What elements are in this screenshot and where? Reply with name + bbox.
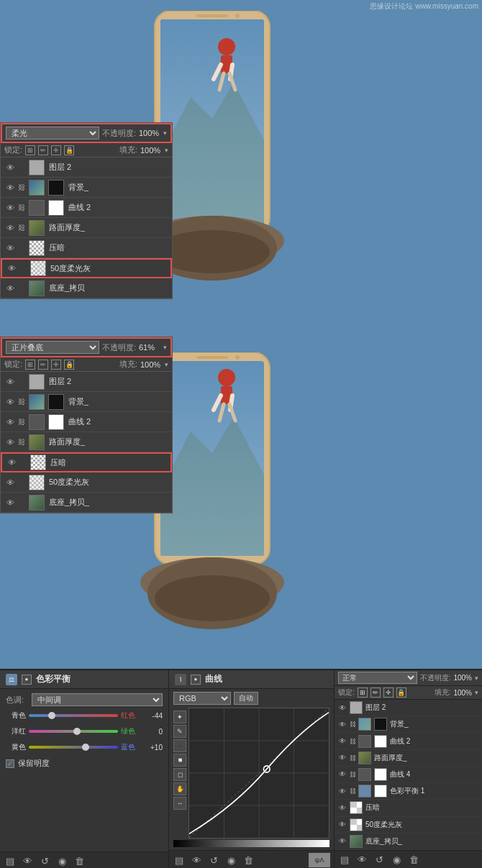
eye-icon[interactable]: 👁: [4, 416, 16, 428]
curves-pencil-tool[interactable]: ✎: [173, 725, 186, 738]
eye-icon[interactable]: 👁: [4, 376, 16, 388]
eye2-icon[interactable]: ◉: [55, 854, 68, 867]
layer-row-curves2-2[interactable]: 👁 ⛓ 曲线 2: [1, 412, 172, 432]
curves-hand-tool[interactable]: ✋: [173, 782, 186, 795]
layer-row-base-copy-1[interactable]: 👁 底座_拷贝: [1, 278, 172, 298]
eye-icon[interactable]: 👁: [4, 477, 16, 488]
layer-row-road-1[interactable]: 👁 ⛓ 路面厚度_: [1, 218, 172, 238]
right-eye-icon[interactable]: 👁: [337, 752, 348, 764]
right-eye-icon[interactable]: ◉: [390, 853, 403, 866]
layer-row-bg-2[interactable]: 👁 ⛓ 背景_: [1, 392, 172, 412]
blend-mode-row-1[interactable]: 柔光 不透明度: 100% ▾: [1, 123, 172, 143]
curves-visibility-icon[interactable]: ●: [191, 675, 201, 685]
curves-channel-select[interactable]: RGB: [173, 692, 231, 705]
eye-icon[interactable]: 👁: [4, 202, 16, 214]
right-lock-icon-brush[interactable]: ✏: [370, 687, 381, 698]
right-lock-label: 锁定:: [338, 687, 355, 698]
eye-icon[interactable]: 👁: [6, 457, 17, 468]
eye-icon[interactable]: 👁: [4, 222, 16, 234]
layer-row-bg-1[interactable]: 👁 ⛓ 背景_: [1, 178, 172, 198]
delete-cb-icon[interactable]: 🗑: [73, 854, 86, 867]
right-lock-icon-move[interactable]: ✛: [383, 687, 394, 698]
visibility-icon[interactable]: 👁: [21, 854, 34, 867]
right-layer-row-5[interactable]: 👁 ⛓ 曲线 4: [335, 767, 482, 783]
layer-row-curves2-1[interactable]: 👁 ⛓ 曲线 2: [1, 198, 172, 218]
right-layer-row-1[interactable]: 👁 图层 2: [335, 700, 482, 716]
curves-tb-delete[interactable]: 🗑: [242, 854, 255, 867]
right-layer-row-2[interactable]: 👁 ⛓ 背景_: [335, 716, 482, 733]
curves-tb-icon3[interactable]: ↺: [207, 854, 220, 867]
right-layer-row-8[interactable]: 👁 50度柔光灰: [335, 817, 482, 833]
lock-icon-lock-2[interactable]: 🔒: [64, 360, 74, 370]
magenta-green-thumb[interactable]: [73, 728, 81, 735]
eye-icon[interactable]: 👁: [4, 162, 16, 173]
cyan-red-slider[interactable]: [29, 711, 118, 721]
lock-icon-grid-2[interactable]: ⊞: [25, 360, 35, 370]
right-eye-icon[interactable]: 👁: [337, 819, 348, 831]
right-layer-row-3[interactable]: 👁 ⛓ 曲线 2: [335, 733, 482, 749]
eye-icon[interactable]: 👁: [4, 182, 16, 193]
layer-row-50gray-2[interactable]: 👁 50度柔光灰: [1, 472, 172, 493]
right-undo-icon[interactable]: ↺: [373, 853, 386, 866]
layer-row-layer2-2[interactable]: 👁 图层 2: [1, 372, 172, 392]
right-eye-icon[interactable]: 👁: [337, 702, 348, 713]
right-lock-icon-lock[interactable]: 🔒: [396, 687, 406, 698]
lock-icon-move[interactable]: ✛: [51, 145, 61, 155]
blend-mode-row-2[interactable]: 正片叠底 不透明度: 61% ▾: [1, 337, 172, 357]
right-lock-icon-grid[interactable]: ⊞: [358, 687, 368, 698]
eye-icon[interactable]: 👁: [4, 283, 16, 294]
yellow-blue-thumb[interactable]: [82, 744, 89, 751]
layer-row-50gray-1[interactable]: 👁 50度柔光灰: [1, 258, 172, 278]
lock-icon-brush-2[interactable]: ✏: [38, 360, 48, 370]
right-eye-icon[interactable]: 👁: [337, 769, 348, 780]
lock-icon-move-2[interactable]: ✛: [51, 360, 61, 370]
lock-icon-lock[interactable]: 🔒: [64, 145, 74, 155]
eye-icon[interactable]: 👁: [4, 396, 16, 408]
eye-icon[interactable]: 👁: [4, 437, 16, 448]
eye-icon[interactable]: 👁: [4, 242, 16, 254]
curves-graph[interactable]: [188, 708, 329, 839]
curves-tb-icon4[interactable]: ◉: [224, 854, 237, 867]
cb-visibility-icon[interactable]: ●: [22, 675, 32, 685]
layer-row-darken-2[interactable]: 👁 压暗: [1, 452, 172, 472]
eye-icon[interactable]: 👁: [6, 262, 17, 274]
right-layer-row-6[interactable]: 👁 ⛓ 色彩平衡 1: [335, 783, 482, 800]
right-blend-select[interactable]: 正常: [338, 672, 417, 684]
curves-reset-tool[interactable]: ↔: [173, 797, 186, 810]
layer-row-base-copy-2[interactable]: 👁 底座_拷贝_: [1, 493, 172, 513]
blend-mode-select-1[interactable]: 柔光: [6, 127, 99, 140]
layer-name: 曲线 2: [68, 416, 91, 427]
lock-icon-brush[interactable]: ✏: [38, 145, 48, 155]
right-layer-row-9[interactable]: 👁 底座_拷贝_: [335, 833, 482, 850]
yellow-blue-slider[interactable]: [29, 742, 118, 752]
curves-tb-icon1[interactable]: ▤: [173, 854, 186, 867]
right-visibility-icon[interactable]: 👁: [355, 853, 368, 866]
lock-icon-grid[interactable]: ⊞: [25, 145, 35, 155]
right-eye-icon[interactable]: 👁: [337, 802, 348, 813]
preserve-checkbox[interactable]: ✓: [6, 759, 14, 768]
curves-auto-btn[interactable]: 自动: [234, 692, 258, 705]
right-eye-icon[interactable]: 👁: [337, 718, 348, 730]
right-delete-icon[interactable]: 🗑: [407, 853, 420, 866]
magenta-green-slider[interactable]: [29, 726, 118, 736]
tone-select[interactable]: 中间调 暗调 高光: [32, 693, 163, 706]
right-new-group-icon[interactable]: ▤: [338, 853, 351, 866]
cyan-red-thumb[interactable]: [48, 712, 55, 719]
new-set-icon[interactable]: ▤: [4, 854, 17, 867]
layer-row-darken-1[interactable]: 👁 压暗: [1, 238, 172, 258]
curves-eyedropper-black[interactable]: ◾: [173, 739, 186, 752]
right-layer-row-7[interactable]: 👁 压暗: [335, 800, 482, 816]
curves-tb-icon2[interactable]: 👁: [190, 854, 203, 867]
undo-icon[interactable]: ↺: [38, 854, 51, 867]
blend-mode-select-2[interactable]: 正片叠底: [6, 341, 99, 354]
curves-point-tool[interactable]: ✦: [173, 711, 186, 723]
right-eye-icon[interactable]: 👁: [337, 736, 348, 747]
right-eye-icon[interactable]: 👁: [337, 785, 348, 797]
layer-row-road-2[interactable]: 👁 ⛓ 路面厚度_: [1, 432, 172, 452]
right-eye-icon[interactable]: 👁: [337, 836, 348, 847]
curves-eyedropper-white[interactable]: ◻: [173, 768, 186, 781]
right-layer-row-4[interactable]: 👁 ⛓ 路面厚度_: [335, 750, 482, 767]
eye-icon[interactable]: 👁: [4, 497, 16, 508]
curves-eyedropper-gray[interactable]: ◽: [173, 754, 186, 767]
layer-row-layer2-1[interactable]: 👁 图层 2: [1, 157, 172, 178]
